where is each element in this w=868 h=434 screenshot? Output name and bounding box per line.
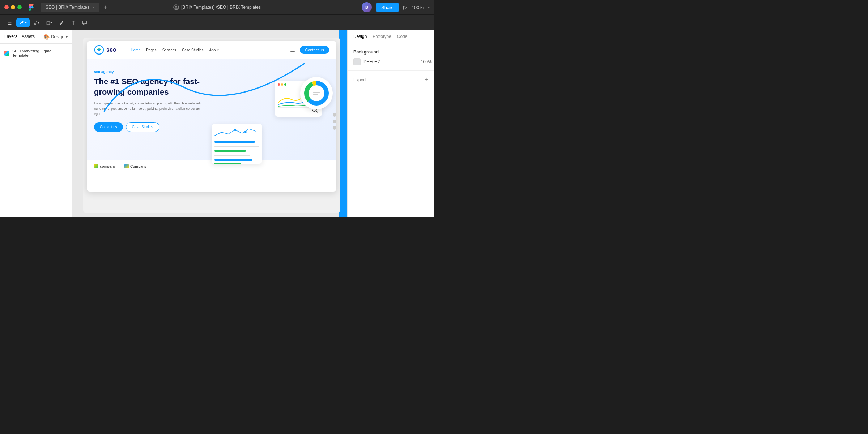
site-logo: seo bbox=[94, 45, 116, 55]
right-panel: Design Prototype Code Background 100% 👁 … bbox=[347, 30, 434, 217]
svg-point-1 bbox=[175, 6, 177, 8]
contact-us-button[interactable]: Contact us bbox=[300, 46, 329, 54]
bg-row: 100% 👁 bbox=[353, 58, 428, 65]
play-button[interactable]: ▷ bbox=[403, 4, 407, 10]
canvas-content: seo Home Pages Services Case Studies Abo… bbox=[83, 38, 340, 213]
svg-rect-4 bbox=[290, 48, 295, 48]
zoom-dropdown-icon[interactable]: ▾ bbox=[428, 5, 430, 9]
text-icon: T bbox=[72, 20, 75, 26]
close-button[interactable] bbox=[4, 5, 9, 9]
tab-close-icon[interactable]: × bbox=[92, 5, 94, 9]
nav-icon bbox=[290, 47, 296, 53]
design-chevron-icon: ▾ bbox=[66, 35, 68, 39]
hamburger-icon: ☰ bbox=[7, 20, 12, 26]
minimize-button[interactable] bbox=[11, 5, 15, 9]
svg-point-3 bbox=[98, 49, 100, 51]
dot-green bbox=[284, 83, 286, 86]
bg-hex-input[interactable] bbox=[363, 59, 418, 64]
traffic-lights bbox=[4, 5, 22, 9]
titlebar-right: B Share ▷ 100% ▾ bbox=[362, 2, 430, 12]
list-item[interactable]: SEO Marketing Figma Template bbox=[0, 47, 72, 60]
share-button[interactable]: Share bbox=[376, 3, 399, 12]
toolbar: ☰ ▾ # ▾ □ ▾ T bbox=[0, 14, 434, 30]
background-title: Background bbox=[353, 50, 428, 55]
nav-about[interactable]: About bbox=[209, 48, 218, 52]
svg-rect-16 bbox=[313, 92, 320, 93]
layers-tab[interactable]: Layers bbox=[4, 33, 17, 40]
nav-home[interactable]: Home bbox=[131, 48, 141, 52]
svg-point-15 bbox=[311, 87, 322, 99]
bar-line-2 bbox=[214, 150, 246, 152]
zoom-level[interactable]: 100% bbox=[412, 5, 424, 10]
shape-tool-chevron: ▾ bbox=[50, 21, 52, 25]
chart-card-bars bbox=[212, 124, 262, 164]
comment-tool-button[interactable] bbox=[79, 18, 90, 27]
frame-tool-button[interactable]: # ▾ bbox=[31, 18, 42, 28]
pen-tool-button[interactable] bbox=[56, 18, 67, 27]
brand-2: Company bbox=[124, 164, 147, 168]
panel-tabs: Layers Assets 🎨 Design ▾ bbox=[0, 30, 72, 44]
frame-tool-chevron: ▾ bbox=[38, 21, 39, 25]
legend-dot-3 bbox=[333, 126, 336, 130]
comment-icon bbox=[82, 20, 87, 25]
svg-rect-17 bbox=[313, 94, 318, 95]
prototype-tab[interactable]: Prototype bbox=[373, 34, 391, 40]
site-hero: seo agency The #1 SEO agency for fast-gr… bbox=[87, 59, 336, 160]
mini-line-chart bbox=[214, 127, 259, 138]
design-frame: seo Home Pages Services Case Studies Abo… bbox=[87, 41, 336, 192]
layer-label: SEO Marketing Figma Template bbox=[12, 49, 68, 57]
figma-icon bbox=[27, 4, 35, 11]
brand-1-label: company bbox=[100, 164, 116, 168]
bg-color-swatch[interactable] bbox=[353, 58, 361, 65]
assets-tab[interactable]: Assets bbox=[22, 33, 35, 40]
nav-case-studies[interactable]: Case Studies bbox=[182, 48, 203, 52]
move-tool-button[interactable]: ▾ bbox=[16, 18, 30, 27]
layers-panel: SEO Marketing Figma Template bbox=[0, 44, 72, 214]
panel-divider bbox=[0, 215, 72, 215]
background-section: Background 100% 👁 bbox=[348, 44, 434, 71]
shape-tool-button[interactable]: □ ▾ bbox=[44, 18, 55, 28]
brand-2-label: Company bbox=[130, 164, 147, 168]
code-tab[interactable]: Code bbox=[397, 34, 408, 40]
bar-line-1 bbox=[214, 141, 255, 143]
svg-point-11 bbox=[244, 131, 247, 133]
avatar: B bbox=[362, 2, 372, 12]
svg-point-10 bbox=[234, 129, 236, 131]
nav-pages[interactable]: Pages bbox=[146, 48, 156, 52]
titlebar-breadcrumb: [BRIX Templates] /SEO | BRIX Templates bbox=[173, 4, 261, 10]
seo-logo-icon bbox=[94, 45, 104, 55]
text-tool-button[interactable]: T bbox=[69, 17, 78, 28]
right-panel-tabs: Design Prototype Code bbox=[348, 30, 434, 44]
bg-opacity-value: 100% bbox=[421, 59, 432, 64]
site-nav-links: Home Pages Services Case Studies About bbox=[131, 48, 219, 52]
bar-chart-lines bbox=[214, 141, 259, 164]
bar-line-3 bbox=[214, 159, 252, 161]
main-layout: Layers Assets 🎨 Design ▾ SEO Marketing F… bbox=[0, 30, 434, 217]
site-nav-right: Contact us bbox=[290, 46, 329, 54]
dot-red bbox=[278, 83, 280, 86]
canvas-area[interactable]: seo Home Pages Services Case Studies Abo… bbox=[72, 30, 347, 217]
design-tab-link[interactable]: 🎨 Design ▾ bbox=[43, 33, 68, 40]
svg-rect-5 bbox=[290, 50, 294, 50]
dot-yellow bbox=[281, 83, 283, 86]
tab-seo[interactable]: SEO | BRIX Templates × bbox=[41, 3, 99, 12]
pen-icon bbox=[59, 20, 64, 25]
svg-rect-6 bbox=[290, 51, 295, 52]
figma-layer-icon bbox=[4, 51, 9, 56]
design-tab[interactable]: Design bbox=[353, 34, 367, 40]
export-label: Export bbox=[353, 77, 366, 82]
export-add-button[interactable]: + bbox=[424, 76, 428, 83]
hero-right bbox=[215, 70, 329, 149]
brand-1-icon bbox=[94, 164, 98, 168]
menu-button[interactable]: ☰ bbox=[4, 18, 15, 28]
titlebar: SEO | BRIX Templates × + [BRIX Templates… bbox=[0, 0, 434, 14]
shape-icon: □ bbox=[47, 20, 50, 26]
maximize-button[interactable] bbox=[17, 5, 22, 9]
new-tab-button[interactable]: + bbox=[104, 4, 107, 10]
bar-gray-1 bbox=[214, 146, 259, 147]
export-section: Export + bbox=[348, 71, 434, 89]
breadcrumb-text: [BRIX Templates] /SEO | BRIX Templates bbox=[181, 5, 261, 10]
donut-chart-card bbox=[300, 77, 333, 109]
nav-services[interactable]: Services bbox=[162, 48, 176, 52]
svg-line-9 bbox=[316, 111, 318, 112]
